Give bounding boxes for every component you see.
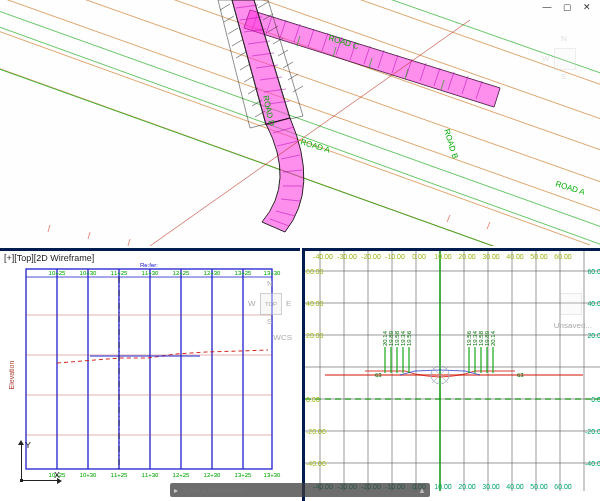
svg-text:ROAD  A: ROAD A bbox=[299, 137, 331, 155]
profile-frame bbox=[26, 269, 272, 469]
svg-text:10.00: 10.00 bbox=[434, 253, 452, 260]
section-edge-right: 63 bbox=[517, 372, 524, 378]
profile-hgrid bbox=[26, 315, 272, 435]
svg-text:50.00: 50.00 bbox=[530, 483, 548, 490]
svg-text:20.14: 20.14 bbox=[490, 330, 496, 346]
svg-line-45 bbox=[220, 4, 230, 10]
svg-line-62 bbox=[293, 86, 303, 92]
section-anno-right: 19.56 19.34 19.58 19.89 20.14 bbox=[466, 330, 496, 346]
chevron-icon: ▸ bbox=[174, 486, 178, 495]
svg-text:40.00: 40.00 bbox=[506, 253, 524, 260]
svg-text:11+25: 11+25 bbox=[111, 270, 129, 276]
svg-text:0.00: 0.00 bbox=[306, 396, 320, 403]
svg-text:12+25: 12+25 bbox=[173, 472, 191, 478]
section-line bbox=[150, 20, 470, 246]
svg-text:60.00: 60.00 bbox=[554, 483, 572, 490]
svg-text:10+30: 10+30 bbox=[80, 270, 98, 276]
section-edge-left: 63 bbox=[375, 372, 382, 378]
svg-line-59 bbox=[278, 50, 288, 56]
svg-line-8 bbox=[0, 20, 600, 246]
minimize-button[interactable]: — bbox=[540, 2, 554, 13]
svg-text:60.00: 60.00 bbox=[306, 268, 324, 275]
section-anno-bars bbox=[385, 347, 493, 373]
svg-text:13+25: 13+25 bbox=[235, 472, 253, 478]
section-lines bbox=[325, 366, 583, 384]
svg-text:60.00: 60.00 bbox=[554, 253, 572, 260]
svg-text:13+25: 13+25 bbox=[235, 270, 253, 276]
svg-text:12+30: 12+30 bbox=[204, 472, 222, 478]
svg-text:50.00: 50.00 bbox=[530, 253, 548, 260]
svg-text:11+30: 11+30 bbox=[142, 270, 160, 276]
svg-line-61 bbox=[288, 74, 298, 80]
svg-text:19.56: 19.56 bbox=[406, 330, 412, 346]
station-labels: 10+25 10+30 11+25 11+30 12+25 12+30 13+2… bbox=[49, 270, 282, 478]
ucs-icon: Y X bbox=[10, 439, 52, 481]
svg-text:20.00: 20.00 bbox=[306, 332, 324, 339]
svg-line-50 bbox=[240, 64, 250, 70]
command-line[interactable]: ▸ ▲ bbox=[170, 483, 430, 497]
svg-text:-20.00: -20.00 bbox=[361, 253, 381, 260]
svg-line-75 bbox=[128, 239, 130, 246]
svg-line-46 bbox=[224, 16, 234, 22]
app-root: ROAD C ROAD D ROAD A ROAD B ROAD A bbox=[0, 0, 600, 501]
alignment-labels: ROAD C ROAD D ROAD A ROAD B ROAD A bbox=[261, 33, 587, 197]
maximize-button[interactable]: ▢ bbox=[560, 2, 574, 13]
viewport-section[interactable]: 20.14 19.89 19.58 19.34 19.56 19.56 19.3… bbox=[302, 248, 600, 501]
svg-text:10+30: 10+30 bbox=[80, 472, 98, 478]
svg-text:30.00: 30.00 bbox=[482, 253, 500, 260]
svg-text:60.0: 60.0 bbox=[587, 268, 600, 275]
viewcube[interactable]: TOP N S W E bbox=[248, 277, 294, 329]
svg-text:0.00: 0.00 bbox=[412, 253, 426, 260]
viewport-plan[interactable]: ROAD C ROAD D ROAD A ROAD B ROAD A bbox=[0, 0, 600, 246]
svg-line-55 bbox=[258, 2, 268, 8]
svg-text:12+25: 12+25 bbox=[173, 270, 191, 276]
svg-line-77 bbox=[487, 222, 490, 229]
command-input[interactable] bbox=[182, 486, 414, 495]
svg-line-73 bbox=[48, 225, 50, 232]
close-button[interactable]: ✕ bbox=[580, 2, 594, 13]
svg-line-51 bbox=[244, 76, 254, 82]
svg-text:0.0: 0.0 bbox=[591, 396, 600, 403]
command-expand-icon[interactable]: ▲ bbox=[418, 486, 426, 495]
svg-line-76 bbox=[447, 215, 450, 222]
svg-text:13+30: 13+30 bbox=[264, 472, 282, 478]
svg-line-48 bbox=[232, 40, 242, 46]
svg-line-47 bbox=[228, 28, 238, 34]
svg-text:13+30: 13+30 bbox=[264, 270, 282, 276]
svg-text:-20.0: -20.0 bbox=[585, 428, 600, 435]
svg-text:20.0: 20.0 bbox=[587, 332, 600, 339]
svg-line-49 bbox=[236, 52, 246, 58]
svg-line-74 bbox=[88, 232, 90, 239]
svg-text:40.00: 40.00 bbox=[506, 483, 524, 490]
section-yticks-left: 60.00 40.00 20.00 0.00 -20.00 -40.00 bbox=[306, 268, 326, 467]
svg-text:-10.00: -10.00 bbox=[385, 253, 405, 260]
svg-text:20.00: 20.00 bbox=[458, 483, 476, 490]
svg-text:-40.00: -40.00 bbox=[306, 460, 326, 467]
svg-text:20.00: 20.00 bbox=[458, 253, 476, 260]
svg-text:12+30: 12+30 bbox=[204, 270, 222, 276]
profile-title: Re:fer: bbox=[140, 262, 158, 268]
svg-text:40.00: 40.00 bbox=[306, 300, 324, 307]
viewcube[interactable]: N S W bbox=[542, 32, 588, 84]
window-controls: — ▢ ✕ bbox=[540, 2, 594, 13]
svg-text:-40.00: -40.00 bbox=[313, 253, 333, 260]
svg-text:11+30: 11+30 bbox=[142, 472, 160, 478]
svg-text:10+25: 10+25 bbox=[49, 270, 67, 276]
svg-text:10.00: 10.00 bbox=[434, 483, 452, 490]
svg-text:-40.0: -40.0 bbox=[585, 460, 600, 467]
viewport-profile[interactable]: [+][Top][2D Wireframe] Re:fer: bbox=[0, 248, 300, 501]
svg-line-5 bbox=[150, 0, 600, 175]
svg-text:ROAD  A: ROAD A bbox=[554, 179, 586, 197]
profile-ylabel: Elevation bbox=[8, 360, 15, 389]
svg-text:11+25: 11+25 bbox=[111, 472, 129, 478]
svg-text:-30.00: -30.00 bbox=[337, 253, 357, 260]
section-anno-left: 20.14 19.89 19.58 19.34 19.56 bbox=[382, 330, 412, 346]
svg-text:30.00: 30.00 bbox=[482, 483, 500, 490]
svg-text:-20.00: -20.00 bbox=[306, 428, 326, 435]
unsaved-view-label[interactable]: Unsaved... bbox=[554, 321, 592, 330]
wcs-label[interactable]: WCS bbox=[273, 333, 292, 342]
profile-vgrid bbox=[57, 269, 243, 469]
section-xticks-top: -40.00 -30.00 -20.00 -10.00 0.00 10.00 2… bbox=[313, 253, 572, 260]
